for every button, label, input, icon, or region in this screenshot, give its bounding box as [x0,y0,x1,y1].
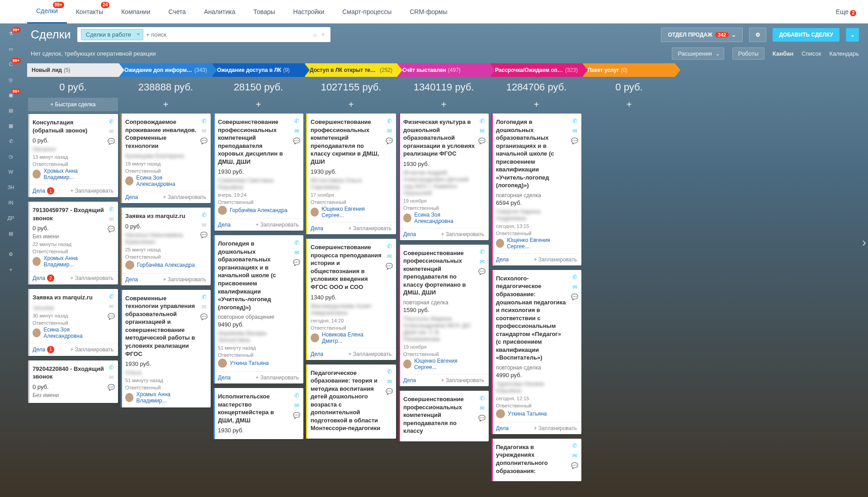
card-assignee[interactable]: Хромых Анна Владимир... [125,391,197,404]
sidebar-phone-icon[interactable]: ✆ [4,137,18,146]
filter-tag[interactable]: Сделки в работе × [81,29,143,40]
add-deal-split-button[interactable]: ⌄ [846,28,859,42]
stage-header[interactable]: Новый лид(5) [27,63,119,77]
card-plan-link[interactable]: + Запланировать [255,222,299,228]
sidebar-dr[interactable]: ДР [4,213,18,222]
department-button[interactable]: ОТДЕЛ ПРОДАЖ 342 ⌄ [661,28,743,42]
mail-icon[interactable]: ✉ [478,404,486,412]
sidebar-w[interactable]: W [4,167,18,176]
card-plan-link[interactable]: + Запланировать [70,188,113,194]
view-calendar[interactable]: Календарь [829,50,859,57]
card-deals-link[interactable]: Дела [311,351,323,357]
phone-icon[interactable]: ✆ [107,118,115,125]
add-card-button[interactable]: + [212,98,304,114]
chat-icon[interactable]: 💬 [385,388,393,395]
nav-more[interactable]: Еще ▾2 [830,8,859,15]
stage-header[interactable]: Рассрочка/Ожидаем оплаты(323) [491,63,582,77]
phone-icon[interactable]: ✆ [200,293,208,301]
phone-icon[interactable]: ✆ [571,442,579,450]
card-assignee[interactable]: Хромых Анна Владимир... [33,255,104,268]
card-assignee[interactable]: Есина Зоя Александровна [403,212,475,224]
mail-icon[interactable]: ✉ [571,127,579,134]
nav-Товары[interactable]: Товары [244,0,284,24]
phone-icon[interactable]: ✆ [571,274,579,281]
mail-icon[interactable]: ✉ [200,127,208,134]
mail-icon[interactable]: ✉ [200,221,208,228]
mail-icon[interactable]: ✉ [107,128,115,135]
phone-icon[interactable]: ✆ [107,364,115,371]
chat-icon[interactable]: 💬 [571,293,579,301]
card-plan-link[interactable]: + Запланировать [255,374,299,381]
mail-icon[interactable]: ✉ [292,249,301,256]
search-input[interactable] [143,29,311,40]
deal-card[interactable]: Совершенствование профессиональных компе… [306,114,396,234]
chat-icon[interactable]: 💬 [107,384,115,391]
card-deals-link[interactable]: Дела [125,276,138,283]
card-plan-link[interactable]: + Запланировать [441,377,484,383]
card-deals-link[interactable]: Дела [311,225,323,232]
sidebar-plus-icon[interactable]: + [4,265,18,274]
card-deals-link[interactable]: Дела [218,222,231,228]
card-plan-link[interactable]: + Запланировать [533,256,577,263]
card-assignee[interactable]: Есина Зоя Александровна [125,175,197,187]
add-card-button[interactable]: + [120,98,212,114]
card-assignee[interactable]: Уткина Татьяна [218,359,290,368]
card-deals-link[interactable]: Дела [496,256,509,263]
chat-icon[interactable]: 💬 [107,137,115,145]
mail-icon[interactable]: ✉ [478,258,486,265]
sidebar-filter-icon[interactable]: ⚗99+ [4,29,18,38]
card-assignee[interactable]: Ющенко Евгения Сергее... [403,358,475,370]
add-card-button[interactable]: + [491,98,582,114]
search-clear-icon[interactable]: × [320,31,327,38]
sidebar-apps-icon[interactable]: ▦ [4,121,18,130]
stage-header[interactable]: Ожидание доп информации(343) [120,63,212,77]
stage-header[interactable]: Ожидание доступа в ЛК(9) [212,63,304,77]
card-plan-link[interactable]: + Запланировать [163,276,206,283]
deal-card[interactable]: Сопровождаемое проживание инвалидов. Сов… [121,114,211,203]
mail-icon[interactable]: ✉ [292,127,301,134]
sidebar-clock-icon[interactable]: ◷ [4,152,18,161]
phone-icon[interactable]: ✆ [385,242,393,250]
chat-icon[interactable]: 💬 [107,312,115,320]
view-kanban[interactable]: Канбан [773,50,793,57]
phone-icon[interactable]: ✆ [200,211,208,218]
card-deals-link[interactable]: Дела 2 [33,275,54,282]
phone-icon[interactable]: ✆ [478,117,486,124]
mail-icon[interactable]: ✉ [385,252,393,260]
deal-card[interactable]: Совершенствование профессиональных компе… [399,245,489,386]
nav-Настройки[interactable]: Настройки [284,0,334,24]
deal-card[interactable]: Совершенствование процесса преподавания … [306,239,396,360]
card-plan-link[interactable]: + Запланировать [441,231,484,237]
phone-icon[interactable]: ✆ [385,117,393,124]
chat-icon[interactable]: 💬 [571,137,579,144]
scroll-right-icon[interactable]: › [862,235,866,250]
chat-icon[interactable]: 💬 [200,313,208,321]
chat-icon[interactable]: 💬 [200,137,208,144]
deal-card[interactable]: 79130459797 - Входящий звонок0 руб.Без и… [28,202,118,284]
card-plan-link[interactable]: + Запланировать [163,194,206,200]
card-assignee[interactable]: Уткина Татьяна [496,409,568,418]
phone-icon[interactable]: ✆ [478,394,486,402]
card-plan-link[interactable]: + Запланировать [348,225,392,232]
card-deals-link[interactable]: Дела 1 [33,187,54,194]
deal-card[interactable]: Физическая культура в дошкольной образов… [399,114,489,240]
card-assignee[interactable]: Горбачёва Александра [218,206,290,215]
nav-Контакты[interactable]: Контакты24 [67,0,112,24]
card-plan-link[interactable]: + Запланировать [70,346,113,353]
card-plan-link[interactable]: + Запланировать [348,351,392,357]
stage-header[interactable]: Пакет услуг(0) [583,63,675,77]
card-deals-link[interactable]: Дела [496,425,509,431]
stage-header[interactable]: Счёт выставлен(497) [398,63,490,77]
chat-icon[interactable]: 💬 [107,225,115,232]
stage-header[interactable]: Доступ в ЛК открыт тех отд...(252) [305,63,397,77]
deal-card[interactable]: Совершенствование профессиональных компе… [399,391,489,441]
card-deals-link[interactable]: Дела [403,377,416,383]
nav-Счета[interactable]: Счета [160,0,195,24]
mail-icon[interactable]: ✉ [107,215,115,222]
phone-icon[interactable]: ✆ [107,205,115,213]
chat-icon[interactable]: 💬 [292,259,301,266]
sidebar-zn[interactable]: ЗН [4,183,18,192]
card-assignee[interactable]: Есина Зоя Александровна [33,327,104,339]
chat-icon[interactable]: 💬 [571,462,579,469]
deal-card[interactable]: Исполнительское мастерство концертмейсте… [213,388,303,439]
